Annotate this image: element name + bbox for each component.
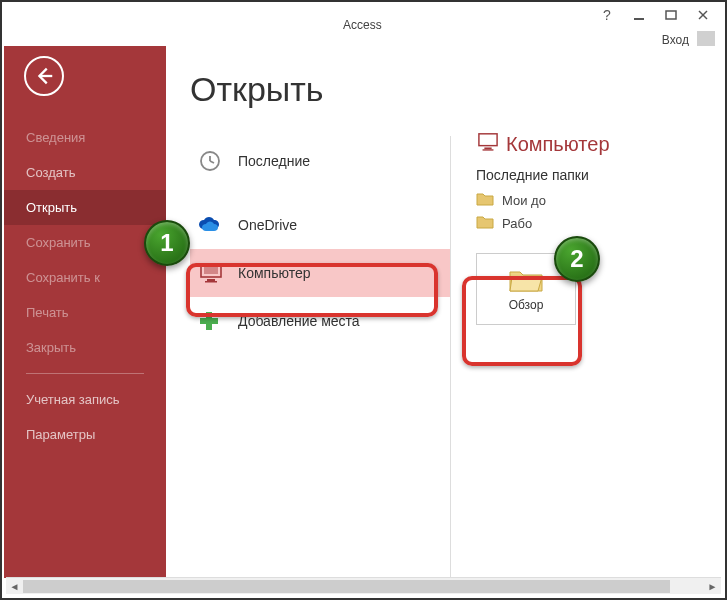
location-label: Компьютер: [238, 265, 310, 281]
backstage-window: Access ? Вход: [4, 4, 723, 596]
recent-folders-label: Последние папки: [476, 167, 703, 183]
horizontal-scrollbar[interactable]: ◄ ►: [6, 577, 721, 594]
computer-icon: [198, 262, 238, 284]
location-label: Добавление места: [238, 313, 360, 329]
sidebar-item-save[interactable]: Сохранить: [4, 225, 166, 260]
svg-rect-10: [207, 279, 215, 281]
content-area: Открыть Последние OneDrive: [166, 46, 723, 578]
computer-icon: [476, 132, 506, 157]
svg-rect-14: [479, 134, 497, 146]
sidebar-item-open[interactable]: Открыть: [4, 190, 166, 225]
folder-icon: [476, 215, 502, 232]
browse-label: Обзор: [509, 298, 544, 312]
svg-rect-16: [483, 149, 494, 150]
titlebar: Access ? Вход: [4, 4, 723, 46]
details-header: Компьютер: [476, 132, 703, 157]
help-button[interactable]: ?: [591, 1, 623, 29]
restore-button[interactable]: [655, 1, 687, 29]
sidebar-item-print[interactable]: Печать: [4, 295, 166, 330]
svg-rect-0: [634, 18, 644, 20]
folder-icon: [476, 192, 502, 209]
location-recent[interactable]: Последние: [190, 137, 450, 185]
scroll-thumb[interactable]: [23, 580, 670, 593]
recent-folder-item[interactable]: Мои до: [476, 189, 703, 212]
svg-rect-15: [484, 147, 491, 149]
svg-rect-13: [200, 318, 218, 324]
details-column: Компьютер Последние папки Мои до Рабо: [450, 70, 703, 578]
sidebar-item-account[interactable]: Учетная запись: [4, 382, 166, 417]
minimize-button[interactable]: [623, 1, 655, 29]
app-title: Access: [343, 18, 382, 32]
sidebar-separator: [26, 373, 144, 374]
location-add-place[interactable]: Добавление места: [190, 297, 450, 345]
sidebar-item-info[interactable]: Сведения: [4, 120, 166, 155]
folder-label: Рабо: [502, 216, 532, 231]
browse-button[interactable]: Обзор: [476, 253, 576, 325]
onedrive-icon: [198, 216, 238, 234]
details-header-label: Компьютер: [506, 133, 610, 156]
sidebar-item-saveas[interactable]: Сохранить к: [4, 260, 166, 295]
svg-rect-1: [666, 11, 676, 19]
login-link[interactable]: Вход: [662, 33, 689, 47]
recent-folder-item[interactable]: Рабо: [476, 212, 703, 235]
scroll-track[interactable]: [23, 579, 704, 594]
location-computer[interactable]: Компьютер: [190, 249, 450, 297]
sidebar: Сведения Создать Открыть Сохранить Сохра…: [4, 46, 166, 578]
svg-rect-11: [205, 281, 217, 283]
page-title: Открыть: [190, 70, 450, 109]
close-button[interactable]: [687, 1, 719, 29]
folder-open-icon: [508, 266, 544, 294]
scroll-left-arrow[interactable]: ◄: [6, 579, 23, 594]
clock-icon: [198, 149, 238, 173]
scroll-right-arrow[interactable]: ►: [704, 579, 721, 594]
location-label: OneDrive: [238, 217, 297, 233]
back-button[interactable]: [24, 56, 64, 96]
main-area: Сведения Создать Открыть Сохранить Сохра…: [4, 46, 723, 578]
add-icon: [198, 310, 238, 332]
location-onedrive[interactable]: OneDrive: [190, 201, 450, 249]
folder-label: Мои до: [502, 193, 546, 208]
svg-line-7: [210, 161, 214, 163]
sidebar-item-new[interactable]: Создать: [4, 155, 166, 190]
svg-rect-9: [204, 267, 218, 274]
locations-column: Открыть Последние OneDrive: [190, 70, 450, 578]
location-label: Последние: [238, 153, 310, 169]
sidebar-item-options[interactable]: Параметры: [4, 417, 166, 452]
sidebar-item-close[interactable]: Закрыть: [4, 330, 166, 365]
